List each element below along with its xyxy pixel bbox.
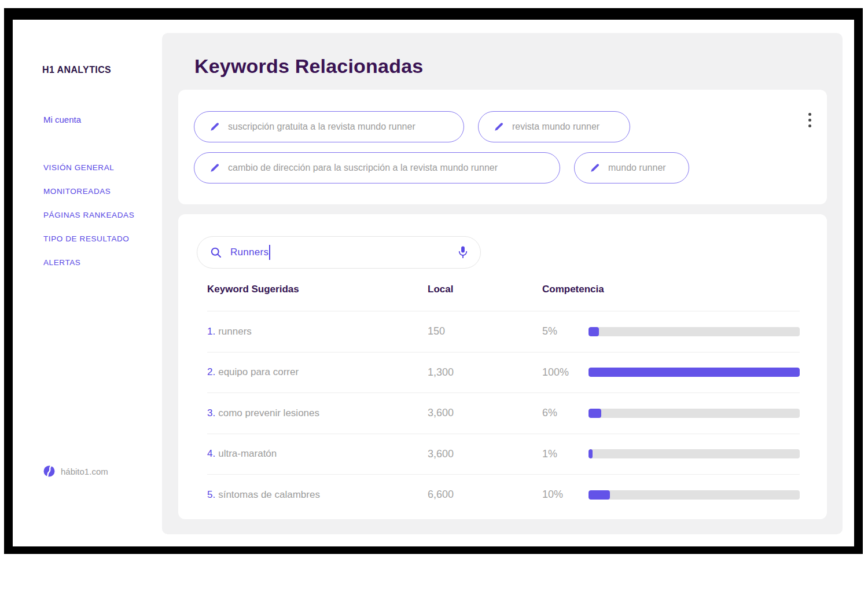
keyword-chip[interactable]: cambio de dirección para la suscripción …: [194, 152, 560, 183]
row-local-volume: 3,600: [428, 407, 542, 419]
row-rank: 1.: [207, 326, 215, 337]
row-competencia-pct: 5%: [542, 325, 589, 337]
column-header-competencia: Competencia: [542, 284, 800, 295]
main-panel: Keywords Relacionadas suscripción gratui…: [162, 33, 843, 534]
app-screen: H1 ANALYTICS Mi cuenta VISIÓN GENERAL MO…: [13, 20, 854, 546]
row-rank: 3.: [207, 408, 215, 419]
row-keyword[interactable]: runners: [218, 326, 252, 337]
keyword-chip[interactable]: suscripción gratuita a la revista mundo …: [194, 111, 464, 142]
table-row[interactable]: 5.síntomas de calambres 6,600 10%: [207, 474, 800, 515]
keyword-chip[interactable]: mundo runner: [574, 152, 689, 183]
site-url: hábito1.com: [61, 467, 108, 476]
row-keyword[interactable]: como prevenir lesiones: [218, 408, 319, 419]
table-row[interactable]: 4.ultra-maratón 3,600 1%: [207, 434, 800, 475]
row-local-volume: 6,600: [428, 489, 542, 501]
row-keyword[interactable]: ultra-maratón: [218, 448, 277, 459]
row-keyword[interactable]: equipo para correr: [218, 366, 299, 377]
column-header-keyword: Keyword Sugeridas: [207, 284, 428, 295]
row-competencia-pct: 10%: [542, 489, 589, 501]
keyword-chip-label: suscripción gratuita a la revista mundo …: [228, 122, 415, 132]
sidebar-nav: VISIÓN GENERAL MONITOREADAS PÁGINAS RANK…: [43, 164, 134, 267]
keyword-chip-label: mundo runner: [608, 163, 666, 173]
pencil-icon: [590, 163, 600, 173]
globe-icon: [43, 465, 55, 477]
table-row[interactable]: 2.equipo para correr 1,300 100%: [207, 352, 800, 393]
keyword-chip-label: cambio de dirección para la suscripción …: [228, 163, 498, 173]
keyword-chip-label: revista mundo runner: [512, 122, 599, 132]
row-rank: 5.: [207, 489, 215, 500]
row-competencia-pct: 6%: [542, 407, 589, 419]
keyword-chip[interactable]: revista mundo runner: [478, 111, 630, 142]
search-icon[interactable]: [210, 247, 222, 259]
suggestions-card: Runners Keyword Sugeridas Local Competen…: [178, 214, 827, 519]
pencil-icon: [209, 163, 220, 173]
more-options-icon[interactable]: [806, 112, 813, 129]
text-cursor: [269, 245, 270, 260]
app-logo: H1 ANALYTICS: [42, 65, 111, 75]
competencia-bar: [589, 409, 800, 418]
microphone-icon[interactable]: [457, 245, 469, 259]
row-keyword[interactable]: síntomas de calambres: [218, 489, 320, 500]
sidebar-item-mi-cuenta[interactable]: Mi cuenta: [43, 115, 81, 124]
search-value: Runners: [230, 247, 269, 258]
pencil-icon: [494, 122, 504, 132]
sidebar-item-monitoreadas[interactable]: MONITOREADAS: [43, 188, 134, 196]
sidebar-item-paginas-rankeadas[interactable]: PÁGINAS RANKEADAS: [43, 211, 134, 219]
table-header-row: Keyword Sugeridas Local Competencia: [207, 284, 800, 295]
row-competencia-pct: 100%: [542, 366, 589, 379]
keyword-chips-card: suscripción gratuita a la revista mundo …: [178, 90, 827, 204]
pencil-icon: [209, 122, 220, 132]
sidebar-item-tipo-de-resultado[interactable]: TIPO DE RESULTADO: [43, 235, 134, 243]
page-title: Keywords Relacionadas: [194, 55, 423, 78]
table-row[interactable]: 3.como prevenir lesiones 3,600 6%: [207, 392, 800, 434]
sidebar-item-vision-general[interactable]: VISIÓN GENERAL: [43, 164, 134, 172]
competencia-bar: [589, 449, 800, 458]
suggestions-table: 1.runners 150 5% 2.equipo para correr 1,…: [207, 311, 800, 515]
row-rank: 2.: [207, 366, 215, 377]
column-header-local: Local: [428, 284, 542, 295]
competencia-bar: [589, 490, 800, 500]
row-rank: 4.: [207, 448, 215, 459]
site-link[interactable]: hábito1.com: [43, 465, 108, 477]
row-local-volume: 3,600: [428, 448, 542, 460]
row-competencia-pct: 1%: [542, 448, 589, 460]
competencia-bar: [589, 368, 800, 377]
table-row[interactable]: 1.runners 150 5%: [207, 311, 800, 352]
competencia-bar: [589, 327, 800, 336]
sidebar-item-alertas[interactable]: ALERTAS: [43, 259, 134, 267]
app-window: H1 ANALYTICS Mi cuenta VISIÓN GENERAL MO…: [4, 8, 863, 554]
search-input[interactable]: Runners: [197, 236, 481, 269]
row-local-volume: 150: [428, 325, 542, 337]
row-local-volume: 1,300: [428, 366, 542, 379]
